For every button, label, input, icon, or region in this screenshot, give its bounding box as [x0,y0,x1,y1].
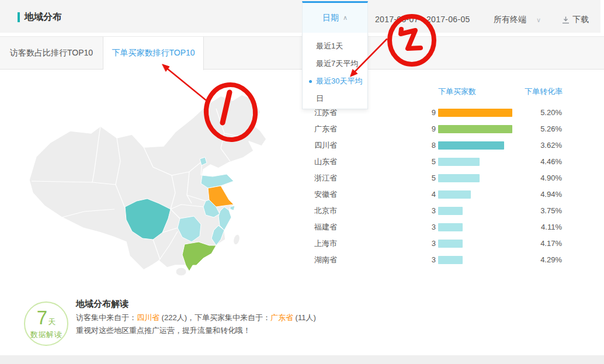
tab-order-buyers-top10[interactable]: 下单买家数排行TOP10 [103,37,204,70]
bottom-strip [0,355,604,364]
page-title: 地域分布 [25,11,62,23]
insight-line1: 访客集中来自于：四川省 (222人)，下单买家集中来自于：广东省 (11人) [76,313,316,323]
map-province-shanghai[interactable] [230,206,235,210]
buyers-value: 5 [396,154,436,170]
buyers-bar[interactable] [438,125,512,133]
conversion-rate-value: 5.20% [512,105,562,121]
buyers-bar[interactable] [438,109,512,117]
column-header-buyers: 下单买家数 [438,86,476,97]
buyers-bar[interactable] [438,174,480,182]
conversion-rate-value: 4.17% [512,235,562,252]
chart-row: 湖南省34.29% [314,252,565,268]
chart-row: 四川省83.62% [314,137,565,154]
insight-line2: 重视对这些地区重点推广运营，提升流量和转化哦！ [76,325,251,336]
province-label: 山东省 [314,154,337,170]
buyers-value: 9 [396,121,436,137]
buyers-bar[interactable] [438,256,463,264]
province-label: 北京市 [314,203,337,219]
chart-row: 北京市33.75% [314,203,565,219]
download-label: 下载 [572,15,589,25]
insight-text: (11人) [293,313,316,322]
chart-row: 广东省95.26% [314,121,565,137]
buyers-bar[interactable] [438,158,480,166]
title-block: 地域分布 [18,11,62,23]
province-label: 湖南省 [314,252,337,268]
province-label: 四川省 [314,137,337,154]
buyers-bar[interactable] [438,240,463,248]
terminal-filter-label: 所有终端 [494,15,526,25]
chart-row: 山东省54.46% [314,154,565,170]
buyers-value: 4 [396,186,436,203]
date-option-0[interactable]: 最近1天 [303,37,367,55]
buyers-value: 8 [396,137,436,154]
download-icon [562,16,570,24]
date-option-2[interactable]: 最近30天平均 [303,72,367,90]
badge-number: 7 [37,308,47,327]
buyers-value: 3 [396,219,436,235]
map-province-guangdong[interactable] [182,242,216,271]
chart-row: 安徽省44.94% [314,186,565,203]
map-hainan [176,268,186,276]
insight-heading: 地域分布解读 [76,299,129,310]
buyers-value: 3 [396,252,436,268]
buyers-value: 9 [396,105,436,121]
date-dropdown-button[interactable]: 日期 ∧ [302,1,368,33]
chevron-down-icon: ∨ [536,16,541,24]
seven-day-insight-badge: 7 天 数据解读 [24,301,68,346]
badge-caption: 数据解读 [30,330,62,340]
buyers-bar[interactable] [438,223,463,231]
date-range-text: 2017-05-07 - 2017-06-05 [375,15,470,24]
buyers-bar[interactable] [438,190,471,199]
map-taiwan [232,234,241,245]
title-accent-bar [18,12,20,22]
province-label: 浙江省 [314,170,337,186]
province-label: 上海市 [314,235,337,252]
buyers-bar[interactable] [438,207,463,215]
column-header-rate: 下单转化率 [525,86,563,97]
ranking-chart: 下单买家数 下单转化率 江苏省95.20%广东省95.26%四川省83.62%山… [314,82,565,275]
province-link[interactable]: 广东省 [270,313,293,322]
buyers-value: 3 [396,203,436,219]
conversion-rate-value: 4.46% [512,154,562,170]
tab-visitor-ratio-top10[interactable]: 访客数占比排行TOP10 [0,37,103,69]
download-button[interactable]: 下载 [562,15,589,25]
date-option-3[interactable]: 日 [303,90,367,108]
province-label: 福建省 [314,219,337,235]
insight-text: 访客集中来自于： [76,313,137,322]
buyers-value: 5 [396,170,436,186]
map-province-shandong[interactable] [201,174,234,188]
conversion-rate-value: 5.26% [512,121,562,137]
conversion-rate-value: 4.90% [512,170,562,186]
conversion-rate-value: 4.11% [512,219,562,235]
regional-distribution-panel: 地域分布 日期 ∧ 2017-05-07 - 2017-06-05 所有终端 ∨… [0,0,604,364]
chart-row: 浙江省54.90% [314,170,565,186]
province-link[interactable]: 四川省 [137,313,159,322]
china-map [28,92,268,278]
province-label: 安徽省 [314,186,337,203]
badge-unit: 天 [48,318,55,325]
conversion-rate-value: 3.75% [512,203,562,219]
chart-row: 福建省34.11% [314,219,565,235]
terminal-filter-dropdown[interactable]: 所有终端 ∨ [494,15,541,25]
chart-row: 上海市34.17% [314,235,565,252]
insight-text: (222人)，下单买家集中来自于： [159,313,270,322]
map-country-base [29,95,266,271]
conversion-rate-value: 4.94% [512,186,562,203]
province-label: 广东省 [314,121,337,137]
chart-rows: 江苏省95.20%广东省95.26%四川省83.62%山东省54.46%浙江省5… [314,105,565,268]
chevron-up-icon: ∧ [343,14,348,22]
date-dropdown-label: 日期 [322,13,339,23]
buyers-bar[interactable] [438,141,504,150]
conversion-rate-value: 3.62% [512,137,562,154]
conversion-rate-value: 4.29% [512,252,562,268]
date-option-1[interactable]: 最近7天平均 [303,55,367,72]
date-dropdown-menu: 最近1天最近7天平均最近30天平均日 [302,33,368,109]
buyers-value: 3 [396,235,436,252]
selected-bullet-icon [309,80,312,83]
